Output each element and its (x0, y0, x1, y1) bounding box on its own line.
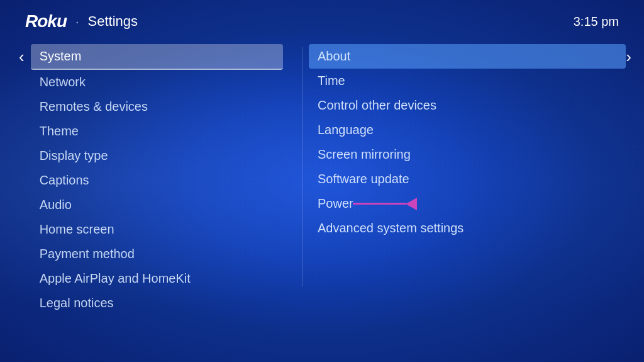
header-left: Roku · Settings (25, 11, 138, 31)
left-arrow-icon[interactable]: ‹ (19, 47, 25, 67)
left-panel: ‹ System Network Remotes & devices Theme… (0, 44, 302, 315)
sidebar-item-remotes[interactable]: Remotes & devices (31, 94, 283, 119)
screen: Roku · Settings 3:15 pm ‹ System Network… (0, 0, 644, 362)
sidebar-item-display-type[interactable]: Display type (31, 144, 283, 168)
sidebar-item-home-screen[interactable]: Home screen (31, 217, 283, 242)
main-content: ‹ System Network Remotes & devices Theme… (0, 38, 644, 362)
sidebar-item-legal[interactable]: Legal notices (31, 291, 283, 315)
sidebar-item-airplay[interactable]: Apple AirPlay and HomeKit (31, 266, 283, 291)
sidebar-item-audio[interactable]: Audio (31, 193, 283, 217)
page-title: Settings (88, 13, 138, 30)
right-arrow-icon[interactable]: › (626, 47, 631, 67)
menu-item-time[interactable]: Time (309, 69, 626, 93)
sidebar-item-theme[interactable]: Theme (31, 119, 283, 144)
sidebar-item-network[interactable]: Network (31, 70, 283, 94)
header-separator: · (75, 14, 79, 29)
menu-item-about[interactable]: About (309, 44, 626, 69)
sidebar-item-system[interactable]: System (31, 44, 283, 70)
header: Roku · Settings 3:15 pm (0, 0, 644, 38)
left-menu: System Network Remotes & devices Theme D… (31, 44, 283, 315)
right-panel: About Time Control other devices Languag… (303, 44, 644, 240)
current-time: 3:15 pm (574, 14, 619, 29)
roku-logo: Roku (25, 11, 67, 31)
arrow-head-icon (406, 198, 417, 210)
menu-item-software-update[interactable]: Software update (309, 167, 626, 191)
sidebar-item-captions[interactable]: Captions (31, 168, 283, 193)
right-menu: About Time Control other devices Languag… (303, 44, 626, 240)
menu-item-language[interactable]: Language (309, 118, 626, 142)
power-arrow-annotation (353, 198, 417, 210)
menu-item-control-other-devices[interactable]: Control other devices (309, 93, 626, 118)
arrow-line (353, 203, 406, 205)
menu-item-power[interactable]: Power (309, 191, 626, 216)
menu-item-screen-mirroring[interactable]: Screen mirroring (309, 142, 626, 167)
menu-item-advanced-settings[interactable]: Advanced system settings (309, 216, 626, 240)
sidebar-item-payment[interactable]: Payment method (31, 242, 283, 266)
